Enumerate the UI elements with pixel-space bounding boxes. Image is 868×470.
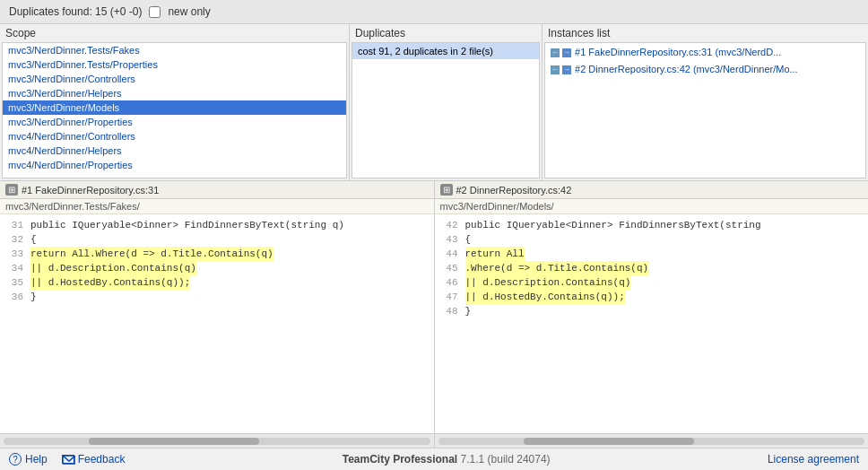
duplicates-panel: Duplicates cost 91, 2 duplicates in 2 fi…	[350, 24, 542, 180]
code-panel-2-header: ⊞ #2 DinnerRepository.cs:42	[435, 181, 869, 199]
code-line: 47 || d.HostedBy.Contains(q));	[438, 290, 865, 304]
line-number: 31	[4, 218, 30, 232]
line-code: {	[30, 232, 37, 247]
line-number: 33	[4, 247, 30, 261]
instance-arrows: ← →	[551, 63, 571, 74]
mail-icon	[62, 455, 74, 464]
code-panel-2-title: #2 DinnerRepository.cs:42	[456, 185, 572, 196]
instances-header: Instances list	[542, 24, 868, 42]
line-code: || d.Description.Contains(q)	[30, 261, 196, 275]
top-bar: Duplicates found: 15 (+0 -0) new only	[0, 0, 868, 24]
new-only-checkbox[interactable]	[149, 6, 161, 18]
scope-panel: Scope mvc3/NerdDinner.Tests/Fakesmvc3/Ne…	[0, 24, 350, 180]
line-code: || d.HostedBy.Contains(q));	[465, 290, 625, 304]
panels-bottom: ⊞ #1 FakeDinnerRepository.cs:31 mvc3/Ner…	[0, 181, 868, 448]
help-icon: ?	[9, 453, 22, 466]
line-number: 34	[4, 261, 30, 275]
version-text: 7.1.1 (build 24074)	[461, 453, 551, 466]
help-label: Help	[25, 453, 48, 466]
code-panel-1-content[interactable]: 31 public IQueryable<Dinner> FindDinners…	[0, 214, 434, 433]
arrow-right-btn[interactable]: →	[562, 65, 571, 74]
code-line: 31 public IQueryable<Dinner> FindDinners…	[4, 218, 430, 232]
line-code: || d.Description.Contains(q)	[465, 275, 631, 290]
feedback-link[interactable]: Feedback	[62, 453, 126, 466]
instance-text: #1 FakeDinnerRepository.cs:31 (mvc3/Nerd…	[575, 47, 781, 57]
code-panel-2-content[interactable]: 42 public IQueryable<Dinner> FindDinners…	[435, 214, 869, 433]
help-link[interactable]: ? Help	[9, 453, 48, 466]
code-panel-1-scrollbar[interactable]	[0, 433, 434, 448]
scope-list-item[interactable]: mvc3/NerdDinner/Models	[3, 100, 346, 115]
line-number: 48	[438, 304, 465, 318]
scope-list-item[interactable]: mvc3/NerdDinner/Helpers	[3, 86, 346, 100]
scope-list-item[interactable]: mvc3/NerdDinner/Properties	[3, 115, 346, 129]
line-number: 42	[438, 218, 465, 232]
footer-left: ? Help Feedback	[9, 453, 125, 466]
duplicates-header: Duplicates	[350, 24, 542, 42]
instance-list-item[interactable]: ← →#1 FakeDinnerRepository.cs:31 (mvc3/N…	[545, 43, 865, 60]
code-panel-2: ⊞ #2 DinnerRepository.cs:42 mvc3/NerdDin…	[435, 181, 869, 448]
code-panel-2-scrollbar[interactable]	[435, 433, 869, 448]
line-number: 43	[438, 232, 465, 247]
scope-list-item[interactable]: mvc3/NerdDinner.Tests/Properties	[3, 57, 346, 72]
line-number: 47	[438, 290, 465, 304]
arrow-left-btn[interactable]: ←	[551, 48, 560, 57]
code-line: 42 public IQueryable<Dinner> FindDinners…	[438, 218, 865, 232]
scope-list-item[interactable]: mvc4/NerdDinner/Properties	[3, 158, 346, 172]
duplicates-list[interactable]: cost 91, 2 duplicates in 2 file(s)	[352, 42, 540, 178]
instance-text: #2 DinnerRepository.cs:42 (mvc3/NerdDinn…	[575, 64, 798, 74]
line-code: {	[465, 232, 472, 247]
duplicates-found-label: Duplicates found: 15 (+0 -0)	[9, 5, 142, 18]
line-number: 46	[438, 275, 465, 290]
code-line: 32 {	[4, 232, 430, 247]
code-icon-2: ⊞	[440, 184, 453, 196]
product-label: TeamCity Professional	[343, 453, 457, 466]
code-panel-1-title: #1 FakeDinnerRepository.cs:31	[22, 185, 159, 196]
instance-list-item[interactable]: ← →#2 DinnerRepository.cs:42 (mvc3/NerdD…	[545, 60, 865, 77]
scope-list-item[interactable]: mvc3/NerdDinner.Tests/Fakes	[3, 43, 346, 57]
scroll-track-1[interactable]	[4, 438, 430, 445]
footer: ? Help Feedback TeamCity Professional 7.…	[0, 448, 868, 470]
arrow-left-btn[interactable]: ←	[551, 65, 560, 74]
scope-list[interactable]: mvc3/NerdDinner.Tests/Fakesmvc3/NerdDinn…	[2, 42, 347, 178]
code-line: 45 .Where(d => d.Title.Contains(q)	[438, 261, 865, 275]
new-only-label: new only	[168, 5, 210, 18]
code-line: 33 return All.Where(d => d.Title.Contain…	[4, 247, 430, 261]
code-line: 34 || d.Description.Contains(q)	[4, 261, 430, 275]
panels-top: Scope mvc3/NerdDinner.Tests/Fakesmvc3/Ne…	[0, 24, 868, 181]
line-code: || d.HostedBy.Contains(q));	[30, 275, 190, 290]
scroll-thumb-1[interactable]	[89, 438, 259, 445]
scroll-thumb-2[interactable]	[524, 438, 694, 445]
code-line: 43 {	[438, 232, 865, 247]
footer-right: License agreement	[768, 453, 859, 466]
line-code: }	[465, 304, 472, 318]
code-line: 44 return All	[438, 247, 865, 261]
line-number: 36	[4, 290, 30, 304]
arrow-right-btn[interactable]: →	[562, 48, 571, 57]
line-code: public IQueryable<Dinner> FindDinnersByT…	[465, 218, 761, 232]
code-line: 48 }	[438, 304, 865, 318]
instances-list[interactable]: ← →#1 FakeDinnerRepository.cs:31 (mvc3/N…	[544, 42, 866, 178]
code-panel-1-header: ⊞ #1 FakeDinnerRepository.cs:31	[0, 181, 434, 199]
line-number: 32	[4, 232, 30, 247]
scope-list-item[interactable]: mvc4/NerdDinner/Helpers	[3, 144, 346, 158]
scope-list-item[interactable]: mvc4/NerdDinner/Controllers	[3, 129, 346, 144]
line-number: 35	[4, 275, 30, 290]
line-code: public IQueryable<Dinner> FindDinnersByT…	[30, 218, 344, 232]
dup-list-item[interactable]: cost 91, 2 duplicates in 2 file(s)	[352, 43, 539, 59]
line-code: }	[30, 290, 37, 304]
code-panel-1: ⊞ #1 FakeDinnerRepository.cs:31 mvc3/Ner…	[0, 181, 435, 448]
code-line: 46 || d.Description.Contains(q)	[438, 275, 865, 290]
scroll-track-2[interactable]	[438, 438, 865, 445]
feedback-label: Feedback	[78, 453, 126, 466]
code-panel-1-path: mvc3/NerdDinner.Tests/Fakes/	[0, 199, 434, 214]
line-code: .Where(d => d.Title.Contains(q)	[465, 261, 649, 275]
code-panel-2-path: mvc3/NerdDinner/Models/	[435, 199, 869, 214]
scope-list-item[interactable]: mvc3/NerdDinner/Controllers	[3, 72, 346, 86]
code-icon-1: ⊞	[5, 184, 18, 196]
line-code: return All.Where(d => d.Title.Contains(q…	[30, 247, 273, 261]
line-number: 44	[438, 247, 465, 261]
license-link[interactable]: License agreement	[768, 453, 859, 466]
scope-header: Scope	[0, 24, 349, 42]
code-line: 36 }	[4, 290, 430, 304]
code-line: 35 || d.HostedBy.Contains(q));	[4, 275, 430, 290]
